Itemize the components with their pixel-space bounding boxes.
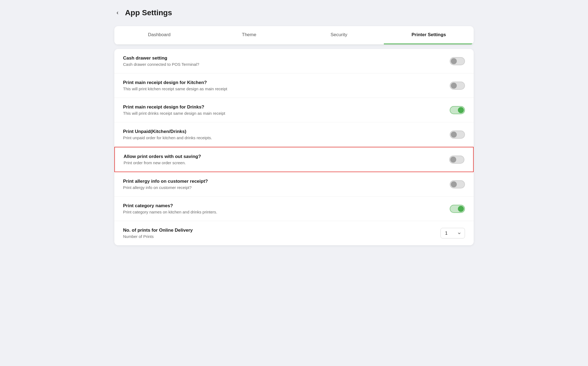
toggle-slider-print-unpaid [450,131,465,139]
setting-text-drinks-receipt: Print main receipt design for Drinks? Th… [123,104,443,116]
setting-title-kitchen-receipt: Print main receipt design for Kitchen? [123,80,443,85]
setting-text-kitchen-receipt: Print main receipt design for Kitchen? T… [123,80,443,91]
setting-desc-drinks-receipt: This will print drinks receipt same desi… [123,111,443,116]
page-title: App Settings [125,8,172,17]
toggle-wrapper-allow-print-without-saving [449,156,464,164]
setting-row-drinks-receipt: Print main receipt design for Drinks? Th… [114,98,474,122]
toggle-slider-allow-print-without-saving [449,156,464,164]
setting-row-print-allergy: Print allergy info on customer receipt? … [114,172,474,197]
setting-row-allow-print-without-saving: Allow print orders with out saving? Prin… [114,147,474,172]
tab-dashboard[interactable]: Dashboard [114,26,204,44]
setting-desc-print-category: Print category names on kitchen and drin… [123,210,443,214]
setting-text-allow-print-without-saving: Allow print orders with out saving? Prin… [124,154,443,165]
toggle-print-category[interactable] [450,205,465,213]
tab-printer-settings[interactable]: Printer Settings [384,26,474,44]
toggle-wrapper-drinks-receipt [450,106,465,114]
toggle-print-unpaid[interactable] [450,131,465,139]
setting-text-cash-drawer: Cash drawer setting Cash drawer connecte… [123,55,443,67]
setting-desc-kitchen-receipt: This will print kitchen receipt same des… [123,86,443,91]
setting-desc-allow-print-without-saving: Print order from new order screen. [124,160,443,165]
toggle-wrapper-print-category [450,205,465,213]
tabs-card: Dashboard Theme Security Printer Setting… [114,26,474,45]
toggle-kitchen-receipt[interactable] [450,82,465,90]
toggle-drinks-receipt[interactable] [450,106,465,114]
toggle-cash-drawer[interactable] [450,57,465,65]
toggle-allow-print-without-saving[interactable] [449,156,464,164]
toggle-wrapper-cash-drawer [450,57,465,65]
tab-security[interactable]: Security [294,26,384,44]
setting-desc-print-allergy: Print allergy info on customer receipt? [123,185,443,190]
setting-desc-cash-drawer: Cash drawer connected to POS Terminal? [123,62,443,67]
setting-text-print-unpaid: Print Unpaid(Kitchen/Drinks) Print unpai… [123,129,443,140]
setting-title-print-unpaid: Print Unpaid(Kitchen/Drinks) [123,129,443,134]
toggle-slider-print-allergy [450,180,465,188]
setting-text-online-delivery: No. of prints for Online Delivery Number… [123,228,434,239]
toggle-slider-drinks-receipt [450,106,465,114]
toggle-wrapper-kitchen-receipt [450,82,465,90]
back-button[interactable]: ‹ [114,8,121,17]
toggle-wrapper-print-unpaid [450,131,465,139]
toggle-wrapper-print-allergy [450,180,465,188]
setting-row-kitchen-receipt: Print main receipt design for Kitchen? T… [114,73,474,98]
setting-title-online-delivery: No. of prints for Online Delivery [123,228,434,233]
setting-row-cash-drawer: Cash drawer setting Cash drawer connecte… [114,49,474,73]
content-card: Cash drawer setting Cash drawer connecte… [114,49,474,245]
setting-row-print-category: Print category names? Print category nam… [114,197,474,221]
header: ‹ App Settings [114,8,474,17]
dropdown-online-delivery-prints[interactable]: 1 2 3 4 5 [440,228,465,238]
toggle-slider-kitchen-receipt [450,82,465,90]
tabs-bar: Dashboard Theme Security Printer Setting… [114,26,474,45]
toggle-print-allergy[interactable] [450,180,465,188]
setting-title-cash-drawer: Cash drawer setting [123,55,443,61]
toggle-slider-print-category [450,205,465,213]
setting-text-print-allergy: Print allergy info on customer receipt? … [123,179,443,190]
setting-desc-print-unpaid: Print unpaid order for kitchen and drink… [123,135,443,140]
setting-desc-online-delivery: Number of Prints [123,234,434,239]
setting-title-allow-print-without-saving: Allow print orders with out saving? [124,154,443,159]
setting-text-print-category: Print category names? Print category nam… [123,203,443,214]
setting-row-print-unpaid: Print Unpaid(Kitchen/Drinks) Print unpai… [114,122,474,147]
setting-title-drinks-receipt: Print main receipt design for Drinks? [123,104,443,110]
page-container: ‹ App Settings Dashboard Theme Security … [103,0,485,253]
toggle-slider-cash-drawer [450,57,465,65]
tab-theme[interactable]: Theme [204,26,294,44]
setting-title-print-allergy: Print allergy info on customer receipt? [123,179,443,184]
dropdown-wrapper-online-delivery: 1 2 3 4 5 [440,228,465,238]
setting-row-online-delivery: No. of prints for Online Delivery Number… [114,221,474,245]
setting-title-print-category: Print category names? [123,203,443,209]
